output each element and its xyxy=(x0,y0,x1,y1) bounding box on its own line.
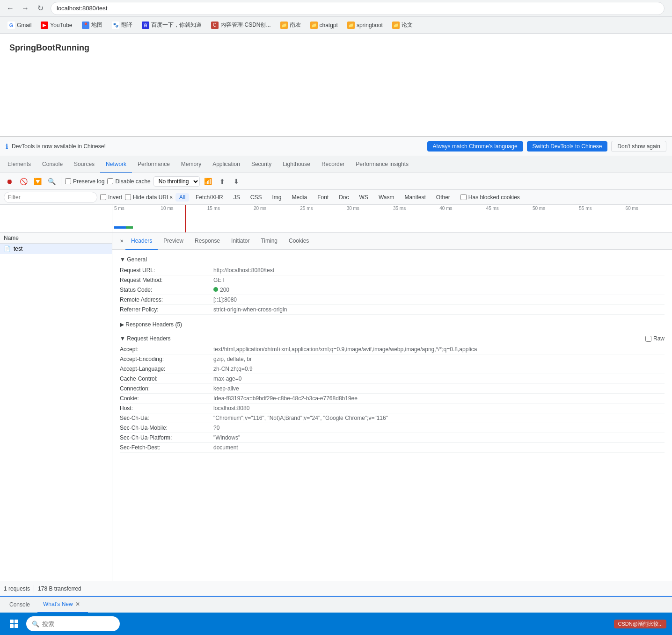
close-detail-button[interactable]: ✕ xyxy=(118,238,125,245)
request-headers-section-header[interactable]: ▼ Request Headers Raw xyxy=(120,332,665,345)
filter-wasm-button[interactable]: Wasm xyxy=(375,193,398,202)
tab-console[interactable]: Console xyxy=(37,156,68,173)
upload-icon[interactable]: ⬆ xyxy=(217,176,228,187)
bookmark-nannong[interactable]: 📁 南农 xyxy=(277,19,305,31)
bookmark-baidu[interactable]: 百 百度一下，你就知道 xyxy=(138,19,205,31)
match-language-button[interactable]: Always match Chrome's language xyxy=(427,141,523,152)
whatsnew-close-button[interactable]: ✕ xyxy=(73,599,82,609)
search-button[interactable]: 🔍 xyxy=(46,176,57,187)
tab-elements[interactable]: Elements xyxy=(2,156,37,173)
tab-sources[interactable]: Sources xyxy=(68,156,100,173)
connection-row: Connection: keep-alive xyxy=(120,384,665,394)
bookmark-lunwen[interactable]: 📁 论文 xyxy=(388,19,416,31)
bookmark-gmail[interactable]: G Gmail xyxy=(4,20,35,31)
sub-tab-initiator[interactable]: Initiator xyxy=(226,233,255,250)
bookmark-springboot[interactable]: 📁 springboot xyxy=(343,20,387,31)
back-button[interactable]: ← xyxy=(4,2,17,15)
tab-performance-insights[interactable]: Performance insights xyxy=(350,156,414,173)
timeline-label-7: 35 ms xyxy=(393,206,439,211)
raw-input[interactable] xyxy=(645,336,651,342)
filter-js-button[interactable]: JS xyxy=(230,193,244,202)
tab-memory[interactable]: Memory xyxy=(175,156,207,173)
host-key: Host: xyxy=(120,405,213,411)
filter-ws-button[interactable]: WS xyxy=(356,193,372,202)
tab-network[interactable]: Network xyxy=(100,156,132,173)
wifi-icon[interactable]: 📶 xyxy=(203,176,214,187)
bookmark-youtube[interactable]: ▶ YouTube xyxy=(37,20,76,31)
sub-tab-timing[interactable]: Timing xyxy=(255,233,283,250)
timeline-label-11: 55 ms xyxy=(579,206,625,211)
accept-key: Accept: xyxy=(120,346,213,353)
bookmark-label: YouTube xyxy=(50,22,72,29)
filter-media-button[interactable]: Media xyxy=(288,193,311,202)
download-icon[interactable]: ⬇ xyxy=(231,176,242,187)
timeline-labels: 5 ms 10 ms 15 ms 20 ms 25 ms 30 ms 35 ms… xyxy=(112,205,672,212)
sub-tab-response[interactable]: Response xyxy=(189,233,226,250)
tab-application[interactable]: Application xyxy=(207,156,246,173)
accept-encoding-row: Accept-Encoding: gzip, deflate, br xyxy=(120,354,665,364)
switch-to-chinese-button[interactable]: Switch DevTools to Chinese xyxy=(527,141,608,152)
filter-img-button[interactable]: Img xyxy=(268,193,285,202)
raw-label: Raw xyxy=(653,335,665,342)
console-tab-console[interactable]: Console xyxy=(4,596,36,613)
filter-input[interactable] xyxy=(4,192,97,203)
dont-show-again-button[interactable]: Don't show again xyxy=(611,141,666,152)
raw-checkbox[interactable]: Raw xyxy=(645,335,665,342)
disable-cache-checkbox[interactable]: Disable cache xyxy=(107,178,150,185)
has-blocked-cookies-input[interactable] xyxy=(460,194,467,200)
bookmark-translate[interactable]: 🐾 翻译 xyxy=(108,19,136,31)
hide-data-urls-input[interactable] xyxy=(125,194,131,200)
page-title: SpringBootRunning xyxy=(9,43,663,53)
filter-all-button[interactable]: All xyxy=(175,193,189,202)
sub-tab-headers[interactable]: Headers xyxy=(125,233,158,250)
referrer-policy-val: strict-origin-when-cross-origin xyxy=(213,306,665,313)
sub-tab-preview[interactable]: Preview xyxy=(158,233,189,250)
bookmark-chatgpt[interactable]: 📁 chatgpt xyxy=(307,20,342,31)
response-headers-section-header[interactable]: ▶ Response Headers (5) xyxy=(120,318,665,331)
console-tab-whatsnew[interactable]: What's New ✕ xyxy=(37,596,88,613)
toolbar-divider xyxy=(61,177,61,186)
accept-row: Accept: text/html,application/xhtml+xml,… xyxy=(120,345,665,354)
console-tab-bar: Console What's New ✕ xyxy=(0,596,672,613)
tab-lighthouse[interactable]: Lighthouse xyxy=(277,156,316,173)
filter-manifest-button[interactable]: Manifest xyxy=(401,193,429,202)
filter-font-button[interactable]: Font xyxy=(314,193,332,202)
taskbar-search-input[interactable] xyxy=(42,621,108,628)
invert-checkbox[interactable]: Invert xyxy=(100,194,122,201)
bookmark-csdn[interactable]: C 内容管理-CSDN创... xyxy=(207,19,275,31)
throttling-select[interactable]: No throttling xyxy=(153,176,200,187)
has-blocked-cookies-checkbox[interactable]: Has blocked cookies xyxy=(460,194,520,201)
maps-icon: 📍 xyxy=(82,22,89,29)
general-section-header[interactable]: ▼ General xyxy=(120,253,665,266)
taskbar-search-box[interactable]: 🔍 xyxy=(26,616,120,631)
tab-security[interactable]: Security xyxy=(246,156,277,173)
info-icon: ℹ xyxy=(6,143,8,150)
bookmark-maps[interactable]: 📍 地图 xyxy=(78,19,106,31)
hide-data-urls-checkbox[interactable]: Hide data URLs xyxy=(125,194,173,201)
preserve-log-checkbox[interactable]: Preserve log xyxy=(65,178,104,185)
tab-recorder[interactable]: Recorder xyxy=(316,156,350,173)
invert-input[interactable] xyxy=(100,194,106,200)
disable-cache-input[interactable] xyxy=(107,178,113,184)
sub-tab-cookies[interactable]: Cookies xyxy=(283,233,314,250)
request-url-key: Request URL: xyxy=(120,267,213,274)
sub-tabs: ✕ Headers Preview Response Initiator Tim… xyxy=(112,233,672,250)
filter-button[interactable]: 🔽 xyxy=(32,176,43,187)
filter-css-button[interactable]: CSS xyxy=(247,193,266,202)
filter-other-button[interactable]: Other xyxy=(432,193,454,202)
filter-doc-button[interactable]: Doc xyxy=(335,193,352,202)
start-button[interactable] xyxy=(6,615,22,632)
forward-button[interactable]: → xyxy=(19,2,32,15)
refresh-button[interactable]: ↻ xyxy=(34,2,47,15)
address-bar[interactable] xyxy=(51,2,665,15)
preserve-log-input[interactable] xyxy=(65,178,71,184)
filter-fetch-xhr-button[interactable]: Fetch/XHR xyxy=(192,193,227,202)
clear-button[interactable]: 🚫 xyxy=(18,176,29,187)
disable-cache-label: Disable cache xyxy=(115,178,150,185)
network-list-item-test[interactable]: 📄 test xyxy=(0,244,112,254)
tab-performance[interactable]: Performance xyxy=(132,156,175,173)
network-pane: Name 📄 test ✕ Headers Preview Response I… xyxy=(0,233,672,581)
record-button[interactable]: ⏺ xyxy=(4,176,15,187)
translate-icon: 🐾 xyxy=(112,22,119,29)
windows-logo-icon xyxy=(10,620,18,628)
